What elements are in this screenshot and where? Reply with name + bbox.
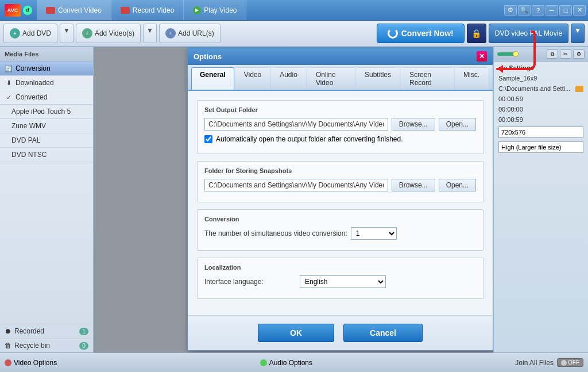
tab-record-video[interactable]: Record Video [111, 0, 184, 20]
language-label: Interface language: [204, 278, 296, 286]
video-options-area: Video Options [5, 359, 257, 367]
audio-options-area: Audio Options [260, 359, 512, 367]
tab-online-video[interactable]: Online Video [307, 67, 355, 90]
video-options-dot [5, 359, 11, 366]
snapshot-browse-button[interactable]: Browse... [392, 179, 435, 191]
output-folder-row: Browse... Open... [204, 118, 476, 131]
toggle-dot [561, 360, 567, 366]
ok-button[interactable]: OK [258, 324, 334, 342]
maximize-button[interactable]: □ [559, 5, 572, 16]
output-folder-label: Set Output Folder [204, 106, 476, 113]
output-folder-input[interactable] [204, 118, 388, 131]
add-dvd-dropdown[interactable]: ▼ [60, 24, 74, 43]
sidebar-item-dvd-pal[interactable]: DVD PAL [0, 133, 93, 148]
convert-now-button[interactable]: Convert Now! [377, 24, 465, 43]
minimize-button[interactable]: ─ [546, 5, 558, 16]
snapshot-folder-label: Folder for Storing Snapshots [204, 167, 476, 174]
settings-panel-icon[interactable]: ⚙ [573, 49, 585, 59]
tab-general[interactable]: General [191, 67, 234, 90]
right-panel-title: sic Settings [494, 62, 588, 73]
cut-icon[interactable]: ✂ [560, 49, 571, 59]
snapshot-folder-section: Folder for Storing Snapshots Browse... O… [197, 161, 483, 202]
language-select[interactable]: English French German [300, 275, 386, 288]
cancel-button[interactable]: Cancel [343, 324, 423, 342]
downloaded-icon: ⬇ [5, 79, 13, 87]
dvd-profile-button[interactable]: DVD video PAL Movie [489, 24, 568, 43]
snapshot-open-button[interactable]: Open... [439, 179, 476, 191]
auto-open-checkbox[interactable] [204, 135, 212, 143]
converted-icon: ✓ [5, 93, 13, 101]
simultaneous-label: The number of simultaneous video convers… [204, 229, 347, 237]
play-tab-icon: ▶ [193, 6, 201, 14]
settings-icon[interactable]: ⚙ [504, 5, 517, 16]
close-button[interactable]: ✕ [573, 5, 586, 16]
folder-path-row: C:\Documents and Setti... [494, 83, 588, 94]
add-urls-icon: + [165, 28, 176, 39]
sidebar-item-downloaded[interactable]: ⬇ Downloaded [0, 76, 93, 90]
sidebar-header: Media Files [0, 47, 93, 62]
help-icon[interactable]: ? [532, 5, 544, 16]
language-row: Interface language: English French Germa… [204, 275, 476, 288]
sidebar: Media Files 🔄 Conversion ⬇ Downloaded ✓ … [0, 47, 94, 352]
simultaneous-select[interactable]: 1 2 3 [351, 227, 397, 240]
add-urls-button[interactable]: + Add URL(s) [159, 24, 220, 43]
search-icon[interactable]: 🔍 [518, 5, 531, 16]
add-dvd-icon: + [10, 28, 20, 39]
add-dvd-button[interactable]: + Add DVD [3, 24, 57, 43]
simultaneous-row: The number of simultaneous video convers… [204, 227, 476, 240]
add-videos-dropdown[interactable]: ▼ [143, 24, 157, 43]
sidebar-item-converted[interactable]: ✓ Converted [0, 90, 93, 105]
join-toggle[interactable]: OFF [557, 358, 583, 367]
dvd-profile-dropdown[interactable]: ▼ [571, 24, 585, 43]
tab-video[interactable]: Video [235, 67, 270, 90]
sidebar-item-dvd-ntsc[interactable]: DVD NTSC [0, 148, 93, 162]
recycle-badge: 0 [79, 342, 88, 350]
modal-overlay: Options ✕ General Video Audio Online Vid… [94, 47, 493, 352]
recorded-icon: ⏺ [5, 327, 11, 335]
app-logo: AVC ↺ [0, 4, 37, 17]
audio-options-dot [260, 359, 267, 366]
time-start-row: 00:00:00 [494, 104, 588, 114]
modal-close-button[interactable]: ✕ [477, 51, 487, 62]
record-tab-icon [121, 7, 130, 14]
snapshot-folder-input[interactable] [204, 179, 388, 191]
sidebar-item-recorded[interactable]: ⏺ Recorded 1 [0, 324, 93, 338]
modal-body: Set Output Folder Browse... Open... Auto… [188, 91, 493, 315]
options-dialog: Options ✕ General Video Audio Online Vid… [187, 47, 493, 351]
folder-icon [575, 86, 583, 92]
main-area: Media Files 🔄 Conversion ⬇ Downloaded ✓ … [0, 47, 588, 352]
output-folder-section: Set Output Folder Browse... Open... Auto… [197, 100, 483, 154]
resolution-select[interactable]: 720x576 1280x720 [498, 126, 583, 138]
snapshot-folder-row: Browse... Open... [204, 179, 476, 191]
join-all-label: Join All Files [515, 359, 554, 367]
tab-audio[interactable]: Audio [271, 67, 306, 90]
output-open-button[interactable]: Open... [439, 118, 476, 131]
conversion-section-label: Conversion [204, 216, 476, 223]
tab-screen-record[interactable]: Screen Record [401, 67, 454, 90]
title-bar: AVC ↺ Convert Video Record Video ▶ Play … [0, 0, 588, 21]
sidebar-item-conversion[interactable]: 🔄 Conversion [0, 62, 93, 76]
bottom-bar: Video Options Audio Options Join All Fil… [0, 352, 588, 372]
content-area: Options ✕ General Video Audio Online Vid… [94, 47, 493, 352]
quality-select[interactable]: High (Larger file size) Medium [498, 141, 583, 153]
add-videos-icon: + [82, 28, 92, 39]
window-controls: ⚙ 🔍 ? ─ □ ✕ [504, 5, 588, 16]
right-panel-controls: ⧉ ✂ ⚙ [494, 47, 588, 62]
sidebar-item-recycle[interactable]: 🗑 Recycle bin 0 [0, 338, 93, 352]
sidebar-item-apple-ipod[interactable]: Apple iPod Touch 5 [0, 105, 93, 119]
conversion-section: Conversion The number of simultaneous vi… [197, 209, 483, 251]
duration-row: 00:00:59 [494, 94, 588, 104]
recorded-badge: 1 [79, 328, 88, 335]
tab-misc[interactable]: Misc. [455, 67, 488, 90]
tab-subtitles[interactable]: Subtitles [356, 67, 400, 90]
sidebar-item-zune-wmv[interactable]: Zune WMV [0, 119, 93, 133]
shield-button[interactable]: 🔒 [467, 24, 486, 43]
modal-footer: OK Cancel [188, 315, 493, 350]
modal-header: Options ✕ [188, 48, 493, 65]
output-browse-button[interactable]: Browse... [392, 118, 435, 131]
tab-play-video[interactable]: ▶ Play Video [184, 0, 246, 20]
add-videos-button[interactable]: + Add Video(s) [76, 24, 141, 43]
sample-name-row: Sample_16x9 [494, 73, 588, 83]
copy-icon[interactable]: ⧉ [547, 49, 558, 59]
tab-convert-video[interactable]: Convert Video [37, 0, 111, 20]
